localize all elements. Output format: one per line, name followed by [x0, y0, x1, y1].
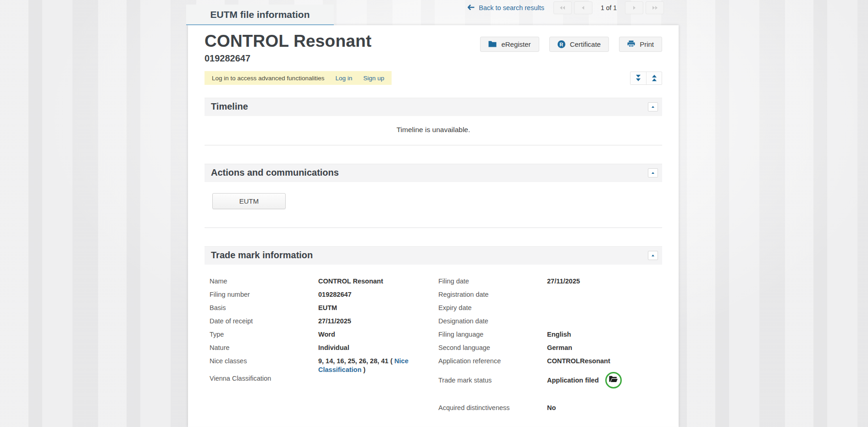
table-row-registration-date: Registration date [433, 290, 662, 304]
field-label: Expiry date [438, 304, 547, 312]
field-label: Vienna Classification [210, 374, 318, 383]
actions-section-title: Actions and communications [211, 167, 656, 178]
login-banner-message: Log in to access advanced functionalitie… [212, 75, 324, 82]
first-page-button[interactable] [553, 1, 572, 14]
table-row-second-language: Second language German [433, 344, 662, 357]
eregister-button[interactable]: eRegister [480, 37, 539, 52]
field-label: Filing number [210, 290, 318, 299]
registered-icon: R [558, 40, 565, 48]
nice-classes-suffix: ) [361, 366, 365, 373]
expand-all-button[interactable] [630, 72, 646, 84]
chevron-up-icon [652, 172, 654, 174]
field-value: CONTROL Resonant [318, 277, 418, 286]
left-arrow-icon [582, 6, 584, 10]
chevron-up-icon [652, 106, 654, 108]
sign-up-link[interactable]: Sign up [363, 75, 384, 82]
table-row-trade-mark-status: Trade mark status Application filed [433, 370, 662, 390]
login-banner: Log in to access advanced functionalitie… [205, 71, 392, 85]
double-chevron-down-icon [636, 75, 641, 78]
actions-collapse-button[interactable] [648, 168, 658, 177]
printer-icon [627, 40, 635, 49]
table-row-filing-date: Filing date 27/11/2025 [433, 277, 662, 290]
previous-page-button[interactable] [574, 1, 592, 14]
field-label: Filing date [438, 277, 547, 286]
last-page-button[interactable] [646, 1, 664, 14]
timeline-section: Timeline Timeline is unavailable. [205, 98, 662, 145]
chevron-up-icon [652, 255, 654, 256]
field-label: Basis [210, 304, 318, 312]
timeline-section-body: Timeline is unavailable. [205, 116, 662, 145]
page-title: CONTROL Resonant [205, 32, 371, 51]
back-to-search-results-link[interactable]: Back to search results [468, 4, 544, 11]
table-row-nice-classes: Nice classes 9, 14, 16, 25, 26, 28, 41 (… [205, 357, 433, 374]
nice-classes-value: 9, 14, 16, 25, 26, 28, 41 ( [318, 357, 394, 365]
trademark-collapse-button[interactable] [648, 251, 658, 260]
trademark-right-column: Filing date 27/11/2025 Registration date… [433, 277, 662, 417]
field-value: English [547, 330, 652, 339]
field-label: Designation date [438, 317, 547, 326]
filing-number-heading: 019282647 [205, 53, 371, 64]
trademark-section-title: Trade mark information [211, 250, 656, 261]
action-buttons: eRegister R Certificate [480, 37, 662, 64]
timeline-section-title: Timeline [211, 101, 656, 112]
pager: 1 of 1 [553, 1, 664, 14]
field-value: 27/11/2025 [547, 277, 652, 286]
double-right-arrow-icon [652, 6, 655, 10]
title-block: CONTROL Resonant 019282647 [205, 32, 371, 64]
field-label: Application reference [438, 357, 547, 366]
right-arrow-icon [633, 6, 636, 10]
eutm-tab-button[interactable]: EUTM [212, 193, 286, 209]
trademark-section: Trade mark information Name CONTROL Reso… [205, 246, 662, 427]
field-label: Name [210, 277, 318, 286]
expand-collapse-group [630, 72, 662, 85]
next-page-button[interactable] [625, 1, 643, 14]
field-label: Registration date [438, 290, 547, 299]
collapse-all-button[interactable] [646, 72, 662, 84]
table-row-filing-language: Filing language English [433, 330, 662, 344]
field-label: Date of receipt [210, 317, 318, 326]
field-label: Nature [210, 344, 318, 352]
open-folder-icon [608, 375, 618, 385]
timeline-empty-message: Timeline is unavailable. [205, 116, 662, 145]
field-label: Filing language [438, 330, 547, 339]
field-label: Trade mark status [438, 376, 547, 385]
table-row-filing-number: Filing number 019282647 [205, 290, 433, 304]
table-row-type: Type Word [205, 330, 433, 344]
tab-eutm-file-information[interactable]: EUTM file information [186, 5, 334, 25]
page-indicator: 1 of 1 [601, 4, 617, 11]
actions-section: Actions and communications EUTM [205, 164, 662, 228]
table-row-name: Name CONTROL Resonant [205, 277, 433, 290]
tab-label: EUTM file information [210, 9, 310, 20]
field-value: CONTROLResonant [547, 357, 652, 366]
print-button[interactable]: Print [619, 37, 662, 52]
field-value: Word [318, 330, 418, 339]
timeline-section-header: Timeline [205, 98, 662, 116]
back-link-label: Back to search results [479, 4, 544, 11]
log-in-link[interactable]: Log in [335, 75, 352, 82]
table-row-spacer [433, 390, 662, 404]
eregister-label: eRegister [501, 40, 531, 48]
back-arrow-icon [468, 4, 475, 11]
actions-section-header: Actions and communications [205, 164, 662, 182]
field-value: 27/11/2025 [318, 317, 418, 326]
folder-icon [488, 40, 497, 49]
trademark-grid: Name CONTROL Resonant Filing number 0192… [205, 277, 662, 417]
table-row-date-of-receipt: Date of receipt 27/11/2025 [205, 317, 433, 330]
double-chevron-up-icon [652, 75, 657, 78]
timeline-collapse-button[interactable] [648, 102, 658, 111]
field-label: Second language [438, 344, 547, 352]
trademark-left-column: Name CONTROL Resonant Filing number 0192… [205, 277, 433, 417]
field-label: Type [210, 330, 318, 339]
table-row-expiry-date: Expiry date [433, 304, 662, 317]
table-row-nature: Nature Individual [205, 344, 433, 357]
field-value: EUTM [318, 304, 418, 312]
field-value: German [547, 344, 652, 352]
content-sheet: CONTROL Resonant 019282647 eRegister R C… [188, 25, 679, 427]
field-value: No [547, 404, 652, 412]
table-row-designation-date: Designation date [433, 317, 662, 330]
certificate-button[interactable]: R Certificate [549, 37, 609, 52]
certificate-label: Certificate [570, 40, 601, 48]
table-row-application-reference: Application reference CONTROLResonant [433, 357, 662, 370]
login-row: Log in to access advanced functionalitie… [205, 71, 662, 85]
actions-section-body: EUTM [205, 182, 662, 228]
